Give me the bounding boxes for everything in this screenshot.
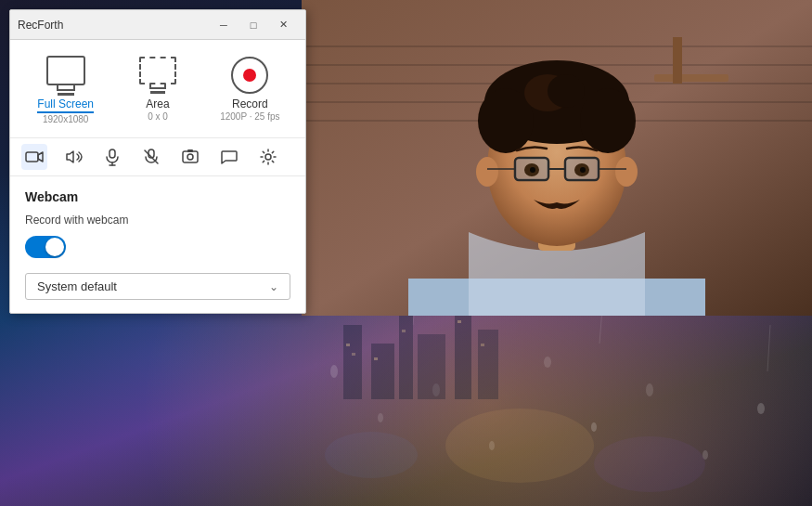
minimize-button[interactable]: ─	[209, 14, 238, 36]
svg-point-82	[187, 154, 193, 160]
maximize-button[interactable]: □	[238, 14, 268, 36]
area-icon	[139, 57, 176, 84]
monitor-stand	[58, 93, 74, 96]
speaker-toolbar-icon[interactable]	[60, 144, 86, 170]
svg-rect-42	[458, 320, 461, 323]
toggle-knob	[45, 238, 64, 256]
title-bar-controls: ─ □ ✕	[209, 14, 298, 36]
svg-point-74	[580, 167, 586, 173]
svg-rect-52	[673, 37, 682, 84]
svg-rect-37	[478, 330, 498, 399]
svg-rect-43	[481, 344, 484, 346]
svg-rect-32	[343, 325, 362, 399]
dropdown-value: System default	[37, 279, 117, 293]
person-svg	[302, 0, 812, 316]
svg-rect-51	[654, 74, 728, 82]
svg-point-73	[530, 167, 535, 173]
record-circle	[231, 57, 268, 94]
person-area	[302, 0, 812, 316]
svg-point-84	[265, 154, 271, 160]
mute-toolbar-icon[interactable]	[138, 144, 164, 170]
webcam-toggle-label: Record with webcam	[25, 214, 290, 227]
svg-rect-75	[26, 152, 38, 162]
svg-line-80	[145, 150, 158, 163]
svg-point-28	[757, 403, 765, 414]
svg-point-30	[594, 436, 705, 492]
record-sublabel: 1200P · 25 fps	[220, 111, 279, 122]
svg-rect-83	[187, 149, 193, 152]
svg-point-62	[476, 157, 498, 187]
svg-point-21	[378, 413, 383, 422]
fullscreen-button[interactable]: Full Screen 1920x1080	[19, 53, 111, 128]
svg-point-24	[544, 357, 551, 368]
fullscreen-icon-box	[44, 57, 88, 94]
record-button[interactable]: Record 1200P · 25 fps	[204, 53, 296, 125]
record-dot	[243, 69, 256, 82]
svg-line-19	[767, 325, 770, 371]
area-stand	[150, 91, 165, 94]
controls-area: Full Screen 1920x1080 Area 0 x 0 Record …	[10, 40, 305, 138]
camera-dropdown[interactable]: System default ⌄	[25, 273, 290, 300]
svg-point-29	[445, 409, 594, 483]
svg-rect-41	[402, 330, 406, 332]
webcam-section: Webcam Record with webcam System default…	[10, 176, 305, 313]
svg-point-26	[646, 383, 653, 396]
fullscreen-sublabel: 1920x1080	[43, 114, 89, 124]
toggle-row	[25, 236, 290, 258]
toolbar-row	[10, 138, 305, 176]
chevron-down-icon: ⌄	[269, 280, 278, 293]
svg-point-59	[580, 88, 636, 153]
svg-rect-81	[183, 151, 198, 162]
area-label: Area	[146, 97, 169, 110]
svg-rect-36	[455, 306, 471, 399]
svg-point-25	[591, 422, 597, 432]
webcam-section-title: Webcam	[25, 189, 290, 204]
svg-point-61	[548, 74, 585, 108]
webcam-toolbar-icon[interactable]	[21, 144, 47, 170]
svg-rect-76	[110, 149, 115, 158]
webcam-toggle[interactable]	[25, 236, 66, 258]
app-window: RecForth ─ □ ✕ Full Screen 1920x1080	[9, 9, 306, 314]
microphone-toolbar-icon[interactable]	[99, 144, 125, 170]
settings-toolbar-icon[interactable]	[255, 144, 281, 170]
screenshot-toolbar-icon[interactable]	[177, 144, 203, 170]
svg-rect-40	[374, 357, 378, 360]
area-sublabel: 0 x 0	[148, 111, 168, 122]
monitor-icon	[46, 56, 85, 85]
svg-rect-38	[346, 344, 350, 346]
svg-rect-39	[352, 353, 355, 356]
svg-point-31	[325, 432, 418, 478]
svg-rect-33	[371, 344, 394, 399]
svg-point-20	[330, 365, 338, 378]
app-title: RecForth	[18, 19, 63, 32]
svg-rect-35	[418, 334, 445, 399]
record-label: Record	[232, 97, 268, 110]
fullscreen-label: Full Screen	[37, 97, 94, 113]
svg-rect-34	[399, 316, 413, 399]
area-icon-box	[135, 57, 180, 94]
title-bar: RecForth ─ □ ✕	[10, 10, 305, 40]
close-button[interactable]: ✕	[268, 14, 298, 36]
chat-toolbar-icon[interactable]	[216, 144, 242, 170]
svg-point-63	[615, 157, 638, 187]
area-button[interactable]: Area 0 x 0	[111, 53, 203, 125]
record-icon-box	[227, 57, 272, 94]
